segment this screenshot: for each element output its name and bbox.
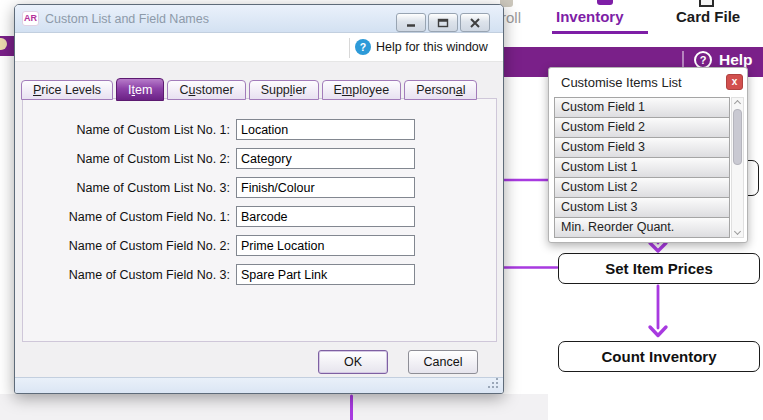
field-label: Name of Custom List No. 1: <box>23 123 230 137</box>
window-controls <box>396 13 490 32</box>
popup-close-button[interactable]: x <box>726 74 743 90</box>
resize-grip[interactable] <box>496 378 498 380</box>
help-circle-icon: ? <box>355 39 371 55</box>
minimize-button[interactable] <box>396 13 426 32</box>
popup-item-list: Custom Field 1 Custom Field 2 Custom Fie… <box>554 97 730 238</box>
tab-price-levels[interactable]: Price Levels <box>21 80 113 100</box>
tab-supplier[interactable]: Supplier <box>249 80 319 100</box>
customise-item[interactable]: Custom List 3 <box>554 197 730 218</box>
customise-item[interactable]: Custom List 1 <box>554 157 730 178</box>
custom-field-2-input[interactable] <box>236 235 415 256</box>
scroll-up-icon[interactable] <box>734 100 741 107</box>
dialog-tabs: Price Levels Item Customer Supplier Empl… <box>21 78 477 100</box>
field-label: Name of Custom List No. 3: <box>23 181 230 195</box>
custom-list-and-field-names-dialog: AR Custom List and Field Names ? Help fo… <box>14 4 504 394</box>
custom-list-2-input[interactable] <box>236 148 415 169</box>
item-tab-panel: Name of Custom List No. 1: Name of Custo… <box>22 98 497 342</box>
field-label: Name of Custom List No. 2: <box>23 152 230 166</box>
dialog-statusbar <box>15 377 503 393</box>
help-for-this-window-link[interactable]: Help for this window <box>376 40 488 54</box>
field-label: Name of Custom Field No. 3: <box>23 268 230 282</box>
minimize-icon <box>405 18 417 28</box>
dialog-title: Custom List and Field Names <box>45 12 209 26</box>
dialog-titlebar[interactable]: AR Custom List and Field Names <box>15 5 503 33</box>
custom-list-1-input[interactable] <box>236 119 415 140</box>
set-item-prices-button[interactable]: Set Item Prices <box>558 253 760 284</box>
custom-field-1-input[interactable] <box>236 206 415 227</box>
field-label: Name of Custom Field No. 1: <box>23 210 230 224</box>
custom-field-3-input[interactable] <box>236 264 415 285</box>
customise-items-list-popup: Customise Items List x Custom Field 1 Cu… <box>548 67 748 243</box>
tab-personal[interactable]: Personal <box>404 80 477 100</box>
close-icon <box>469 18 481 28</box>
help-divider <box>349 38 350 58</box>
popup-title: Customise Items List <box>561 75 682 90</box>
ok-button[interactable]: OK <box>318 350 388 374</box>
cancel-button[interactable]: Cancel <box>408 350 478 374</box>
tab-employee[interactable]: Employee <box>322 80 402 100</box>
maximize-icon <box>437 18 449 28</box>
accountright-logo-icon: AR <box>22 11 39 26</box>
customise-item[interactable]: Custom Field 1 <box>554 97 730 118</box>
inventory-command-centre: roll Inventory Card File ? Help Set Item… <box>0 0 763 420</box>
tab-customer[interactable]: Customer <box>167 80 245 100</box>
customise-item[interactable]: Custom List 2 <box>554 177 730 198</box>
dialog-help-row: ? Help for this window <box>15 33 503 62</box>
count-inventory-button[interactable]: Count Inventory <box>558 341 760 372</box>
customise-item[interactable]: Min. Reorder Quant. <box>554 217 730 238</box>
field-label: Name of Custom Field No. 2: <box>23 239 230 253</box>
popup-scrollbar[interactable] <box>731 97 744 238</box>
customise-item[interactable]: Custom Field 3 <box>554 137 730 158</box>
close-button[interactable] <box>460 13 490 32</box>
tab-item[interactable]: Item <box>116 78 164 101</box>
scrollbar-thumb[interactable] <box>733 109 742 165</box>
maximize-button[interactable] <box>428 13 458 32</box>
scroll-down-icon[interactable] <box>734 228 741 235</box>
customise-item[interactable]: Custom Field 2 <box>554 117 730 138</box>
custom-list-3-input[interactable] <box>236 177 415 198</box>
